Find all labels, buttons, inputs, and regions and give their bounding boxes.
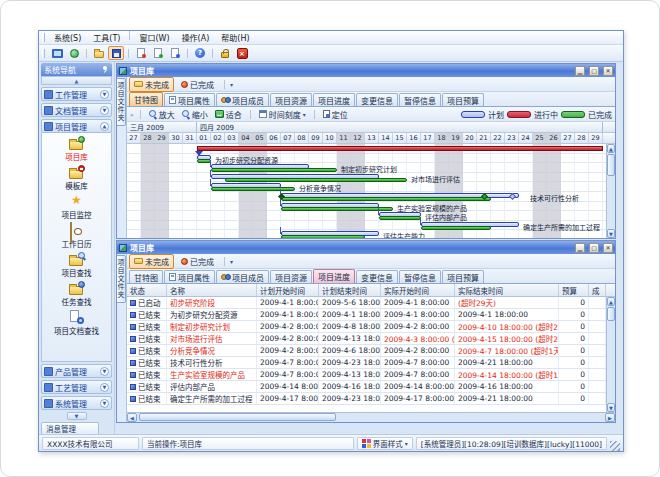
summary-bar[interactable] — [197, 146, 603, 151]
scroll-thumb[interactable] — [139, 413, 336, 421]
maximize-button[interactable]: ▢ — [589, 66, 599, 76]
table-row[interactable]: 已结束技术可行性分析2009-4-7 8:00:002009-4-23 18:0… — [127, 357, 606, 369]
doc-green-button[interactable] — [150, 46, 166, 60]
maximize-button[interactable]: ▢ — [589, 243, 599, 253]
time-scale-button[interactable]: 时间刻度▾ — [257, 109, 308, 120]
tab-项目成员[interactable]: 项目成员 — [216, 270, 269, 283]
column-header-实际结束时间[interactable]: 实际结束时间 — [455, 284, 559, 296]
message-management-tab[interactable]: 消息管理 — [41, 422, 99, 434]
monitor-button[interactable] — [49, 46, 65, 60]
exit-button[interactable] — [234, 46, 250, 60]
project-folder-side-tab[interactable]: 项目文件夹 — [117, 78, 126, 126]
tab-暂停信息[interactable]: 暂停信息 — [399, 270, 441, 283]
table-vertical-scrollbar[interactable]: ▲ ▼ — [606, 297, 615, 412]
scroll-thumb[interactable] — [607, 154, 615, 176]
scroll-up-button[interactable]: ▲ — [607, 297, 615, 306]
fit-button[interactable]: ↔适合 — [213, 109, 244, 120]
scroll-down-button[interactable]: ▼ — [607, 403, 615, 412]
locate-button[interactable]: 定位 — [321, 109, 350, 120]
sidebar-more-button[interactable]: ▼ — [67, 412, 87, 420]
gantt-window-titlebar[interactable]: 项目库 ▁ ▢ ✕ — [117, 64, 615, 77]
scroll-thumb[interactable] — [607, 307, 615, 321]
tab-项目资源[interactable]: 项目资源 — [270, 93, 312, 106]
minimize-button[interactable]: ▁ — [575, 66, 585, 76]
menu-3[interactable]: 窗口(W) — [133, 31, 175, 44]
tab-项目预算[interactable]: 项目预算 — [442, 93, 484, 106]
column-header-成[interactable]: 成 — [589, 284, 606, 296]
filter-uncompleted-button[interactable]: 未完成 — [129, 77, 174, 92]
menu-2[interactable]: 工具(T) — [87, 31, 126, 44]
doc-red2-button[interactable] — [167, 46, 183, 60]
table-horizontal-scrollbar[interactable]: ◀ ▶ — [127, 412, 615, 422]
table-row[interactable]: 已结束确定生产所需的加工过程2009-4-17 8:00:002009-4-23… — [127, 393, 606, 405]
scroll-left-button[interactable]: ◀ — [127, 413, 137, 422]
sidebar-group-2[interactable]: 文档管理▼ — [41, 103, 112, 117]
sidebar-item-项目库[interactable]: 项目库 — [65, 136, 88, 162]
table-row[interactable]: 已结束为初步研究分配资源2009-4-1 8:00:002009-4-1 18:… — [127, 309, 606, 321]
table-row[interactable]: 已启动初步研究阶段2009-4-1 8:00:002009-5-6 18:00:… — [127, 297, 606, 309]
table-row[interactable]: 已结束评估内部产品2009-4-14 8:00:002009-4-16 18:0… — [127, 381, 606, 393]
actual-bar[interactable] — [281, 207, 393, 211]
scroll-up-button[interactable]: ▲ — [607, 144, 615, 153]
actual-bar[interactable] — [281, 235, 365, 238]
tab-项目预算[interactable]: 项目预算 — [442, 270, 484, 283]
column-header-计划开始时间[interactable]: 计划开始时间 — [257, 284, 319, 296]
tab-暂停信息[interactable]: 暂停信息 — [399, 93, 441, 106]
gantt-vertical-scrollbar[interactable]: ▲ ▼ — [606, 144, 615, 238]
tab-变更信息[interactable]: 变更信息 — [356, 270, 398, 283]
menu-5[interactable]: 帮助(H) — [215, 31, 255, 44]
sidebar-item-模板库[interactable]: 模板库 — [65, 165, 88, 191]
table-row[interactable]: 已结束对市场进行评估2009-4-2 8:00:002009-4-13 18:0… — [127, 333, 606, 345]
zoom-in-button[interactable]: 放大 — [147, 109, 177, 120]
column-header-状态[interactable]: 状态 — [127, 284, 167, 296]
tab-项目属性[interactable]: 项目属性 — [164, 270, 215, 283]
toolbar-grip[interactable] — [42, 49, 45, 58]
tab-项目成员[interactable]: 项目成员 — [216, 93, 269, 106]
column-header-名称[interactable]: 名称 — [167, 284, 257, 296]
scroll-down-button[interactable]: ▼ — [607, 229, 615, 238]
gantt-chart[interactable]: 为初步研究分配资源制定初步研究计划对市场进行评估分析竞争情况技术可行性分析生产实… — [127, 144, 606, 238]
table-row[interactable]: 已结束分析竞争情况2009-4-2 8:00:002009-4-6 18:00:… — [127, 345, 606, 357]
overflow-chevron-icon[interactable]: ▾ — [230, 258, 233, 265]
tab-变更信息[interactable]: 变更信息 — [356, 93, 398, 106]
filter-completed-button[interactable]: 已完成 — [176, 77, 219, 92]
sidebar-group-3[interactable]: 项目管理▲ — [41, 119, 112, 133]
sidebar-item-项目文档查找[interactable]: 项目文档查找 — [54, 310, 99, 336]
globe-button[interactable] — [66, 46, 82, 60]
pin-icon[interactable] — [102, 66, 109, 73]
tab-项目资源[interactable]: 项目资源 — [270, 270, 312, 283]
zoom-out-button[interactable]: 缩小 — [180, 109, 210, 120]
table-row[interactable]: 已结束制定初步研究计划2009-4-2 8:00:002009-4-8 18:0… — [127, 321, 606, 333]
project-folder-side-tab[interactable]: 项目文件夹 — [117, 255, 126, 303]
actual-bar[interactable] — [225, 178, 407, 182]
actual-bar[interactable] — [281, 197, 491, 201]
actual-bar[interactable] — [379, 216, 421, 220]
filter-uncompleted-button[interactable]: 未完成 — [129, 254, 174, 269]
folder-button[interactable] — [91, 46, 107, 60]
sidebar-group-5[interactable]: 工艺管理▼ — [41, 380, 112, 394]
overflow-chevron[interactable]: » — [130, 111, 134, 118]
actual-bar[interactable] — [421, 226, 491, 230]
ui-style-button[interactable]: 界面样式 ▾ — [357, 437, 413, 450]
menu-1[interactable]: 系统(S) — [48, 31, 87, 44]
sidebar-group-6[interactable]: 系统管理▼ — [41, 396, 112, 410]
progress-window-titlebar[interactable]: 项目库 ▁ ▢ ✕ — [117, 241, 615, 254]
help-button[interactable] — [192, 46, 208, 60]
column-header-计划结束时间[interactable]: 计划结束时间 — [319, 284, 381, 296]
tab-甘特图[interactable]: 甘特图 — [129, 92, 163, 106]
sidebar-item-工作日历[interactable]: 工作日历 — [62, 223, 92, 249]
menu-4[interactable]: 操作(A) — [176, 31, 216, 44]
filter-completed-button[interactable]: 已完成 — [176, 254, 219, 269]
sidebar-group-1[interactable]: 工作管理▼ — [41, 87, 112, 101]
scroll-right-button[interactable]: ▶ — [605, 413, 615, 422]
sidebar-item-任务查找[interactable]: 任务查找 — [62, 281, 92, 307]
actual-bar[interactable] — [211, 187, 295, 191]
menu-grip[interactable] — [42, 33, 45, 42]
lock-button[interactable] — [217, 46, 233, 60]
sidebar-item-项目监控[interactable]: ★项目监控 — [62, 194, 92, 220]
doc-red-button[interactable] — [133, 46, 149, 60]
tab-项目进度[interactable]: 项目进度 — [313, 93, 355, 106]
tab-项目属性[interactable]: 项目属性 — [164, 93, 215, 106]
tab-项目进度[interactable]: 项目进度 — [313, 269, 355, 283]
save-button[interactable] — [108, 46, 124, 60]
